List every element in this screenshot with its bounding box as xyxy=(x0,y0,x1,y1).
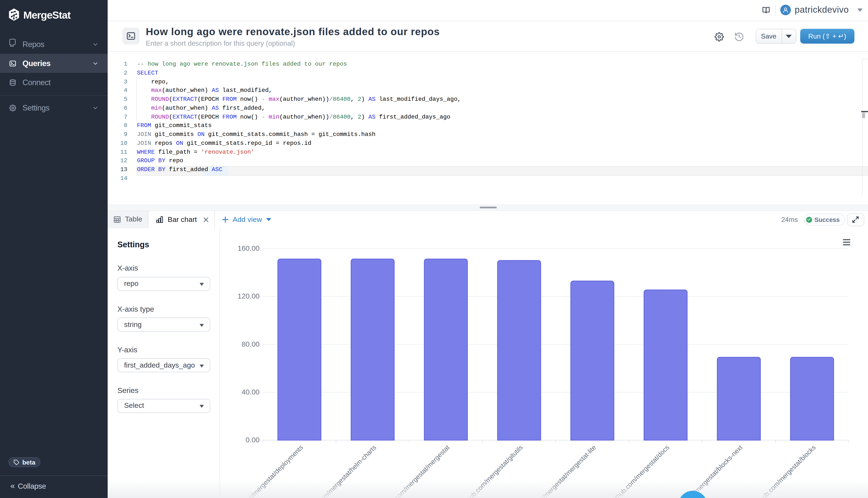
svg-text:github.com/mergestat/gitutils: github.com/mergestat/gitutils xyxy=(460,444,524,498)
svg-text:github.com/mergestat/mergestat: github.com/mergestat/mergestat-lite xyxy=(518,444,597,498)
svg-text:120.00: 120.00 xyxy=(237,292,259,300)
svg-text:github.com/mergestat/blocks: github.com/mergestat/blocks xyxy=(753,444,817,498)
svg-text:github.com/mergestat/docs: github.com/mergestat/docs xyxy=(610,444,671,498)
svg-text:github.com/mergestat/deploymen: github.com/mergestat/deployments xyxy=(227,444,304,498)
svg-text:40.00: 40.00 xyxy=(241,388,259,396)
svg-text:160.00: 160.00 xyxy=(237,244,259,252)
svg-text:github.com/mergestat/blocks-ne: github.com/mergestat/blocks-next xyxy=(669,444,744,498)
svg-text:80.00: 80.00 xyxy=(241,340,259,348)
svg-text:github.com/mergestat/mergestat: github.com/mergestat/mergestat xyxy=(379,444,451,498)
svg-text:0.00: 0.00 xyxy=(245,436,259,444)
svg-text:github.com/mergestat/helm-char: github.com/mergestat/helm-charts xyxy=(302,444,378,498)
